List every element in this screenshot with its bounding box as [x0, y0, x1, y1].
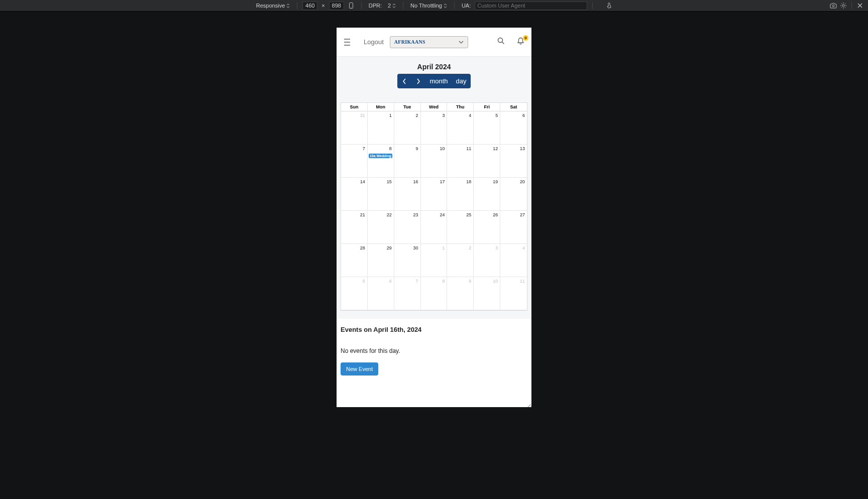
cell-day-number: 17 [422, 179, 446, 185]
calendar-cell[interactable]: 29 [368, 244, 394, 277]
calendar-cell[interactable]: 6 [500, 111, 527, 145]
calendar-cell[interactable]: 27 [500, 211, 527, 244]
cell-day-number: 9 [395, 146, 419, 152]
notifications-button[interactable]: 0 [517, 37, 524, 47]
calendar-title: April 2024 [339, 63, 529, 71]
settings-button[interactable] [838, 1, 848, 11]
calendar-cell[interactable]: 16 [394, 178, 421, 211]
calendar-cell[interactable]: 15 [368, 178, 394, 211]
calendar-cell[interactable]: 1 [368, 111, 394, 145]
calendar-cell[interactable]: 5 [341, 277, 368, 310]
calendar-cell[interactable]: 8 [421, 277, 448, 310]
calendar-cell[interactable]: 810aWedding B [368, 145, 394, 178]
cell-day-number: 15 [369, 179, 392, 185]
calendar-cell[interactable]: 25 [447, 211, 474, 244]
cell-day-number: 5 [342, 278, 366, 284]
calendar-cell[interactable]: 6 [368, 277, 394, 310]
svg-point-2 [832, 5, 834, 7]
calendar-cell[interactable]: 7 [394, 277, 421, 310]
calendar-cell[interactable]: 30 [394, 244, 421, 277]
calendar-cell[interactable]: 2 [447, 244, 474, 277]
calendar-cell[interactable]: 4 [447, 111, 474, 145]
responsive-mode-select[interactable]: Responsive [254, 3, 292, 9]
event-time: 10a [370, 154, 376, 158]
language-select[interactable]: AFRIKAANS [390, 36, 468, 48]
next-button[interactable] [411, 74, 425, 88]
calendar-cell[interactable]: 28 [341, 244, 368, 277]
calendar-cell[interactable]: 21 [341, 211, 368, 244]
weekday-header: Sat [500, 103, 527, 111]
prev-button[interactable] [397, 74, 411, 88]
rotate-device-button[interactable] [346, 1, 356, 11]
dimension-separator: × [319, 3, 327, 9]
cell-day-number: 23 [395, 212, 419, 218]
sort-icon [392, 4, 396, 8]
calendar-cell[interactable]: 22 [368, 211, 394, 244]
calendar-event[interactable]: 10aWedding B [369, 154, 392, 158]
logout-link[interactable]: Logout [364, 38, 384, 46]
calendar-cell[interactable]: 5 [474, 111, 500, 145]
calendar-cell[interactable]: 9 [447, 277, 474, 310]
calendar-cell[interactable]: 17 [421, 178, 448, 211]
cell-day-number: 30 [395, 245, 419, 251]
calendar-cell[interactable]: 11 [500, 277, 527, 310]
calendar-cell[interactable]: 14 [341, 178, 368, 211]
svg-point-3 [842, 5, 844, 7]
calendar-cell[interactable]: 3 [474, 244, 500, 277]
calendar-cell[interactable]: 19 [474, 178, 500, 211]
cell-day-number: 10 [422, 146, 446, 152]
calendar-cell[interactable]: 13 [500, 145, 527, 178]
month-view-button[interactable]: month [425, 74, 452, 88]
chevron-left-icon [402, 78, 406, 84]
new-event-button[interactable]: New Event [341, 362, 378, 376]
calendar-cell[interactable]: 10 [474, 277, 500, 310]
cell-day-number: 7 [342, 146, 366, 152]
calendar-cell[interactable]: 24 [421, 211, 448, 244]
chevron-down-icon [459, 41, 464, 44]
calendar-cell[interactable]: 2 [394, 111, 421, 145]
cell-day-number: 2 [395, 112, 419, 118]
gear-icon [840, 2, 847, 9]
cell-day-number: 28 [342, 245, 366, 251]
touch-icon [606, 2, 612, 9]
ua-input[interactable] [475, 2, 587, 10]
calendar-cell[interactable]: 20 [500, 178, 527, 211]
calendar-grid: SunMonTueWedThuFriSat 311234567810aWeddi… [341, 102, 527, 311]
search-button[interactable] [497, 37, 505, 47]
cell-day-number: 19 [475, 179, 498, 185]
calendar-cell[interactable]: 1 [421, 244, 448, 277]
chevron-right-icon [416, 78, 420, 84]
calendar-cell[interactable]: 7 [341, 145, 368, 178]
close-icon [857, 3, 863, 9]
calendar-cell[interactable]: 31 [341, 111, 368, 145]
cell-day-number: 10 [475, 278, 498, 284]
resize-handle[interactable] [526, 402, 531, 407]
cell-day-number: 4 [448, 112, 472, 118]
day-view-button[interactable]: day [452, 74, 471, 88]
responsive-label: Responsive [256, 3, 285, 9]
calendar-cell[interactable]: 10 [421, 145, 448, 178]
viewport-width-input[interactable] [302, 2, 317, 10]
cell-day-number: 3 [475, 245, 498, 251]
cell-day-number: 9 [448, 278, 472, 284]
calendar-cell[interactable]: 9 [394, 145, 421, 178]
calendar-cell[interactable]: 23 [394, 211, 421, 244]
weekday-header: Mon [368, 103, 394, 111]
screenshot-button[interactable] [828, 1, 838, 11]
dpr-select[interactable]: 2 [386, 3, 398, 9]
menu-button[interactable] [344, 39, 353, 46]
throttling-select[interactable]: No Throttling [408, 3, 449, 9]
calendar-cell[interactable]: 3 [421, 111, 448, 145]
weekday-header: Thu [447, 103, 474, 111]
calendar-cell[interactable]: 26 [474, 211, 500, 244]
viewport-height-input[interactable] [329, 2, 344, 10]
weekday-header: Tue [394, 103, 421, 111]
calendar-cell[interactable]: 12 [474, 145, 500, 178]
cell-day-number: 12 [475, 146, 498, 152]
calendar-cell[interactable]: 11 [447, 145, 474, 178]
close-button[interactable] [855, 1, 865, 11]
calendar-cell[interactable]: 18 [447, 178, 474, 211]
cell-day-number: 20 [501, 179, 525, 185]
touch-simulation-button[interactable] [604, 1, 614, 11]
calendar-cell[interactable]: 4 [500, 244, 527, 277]
